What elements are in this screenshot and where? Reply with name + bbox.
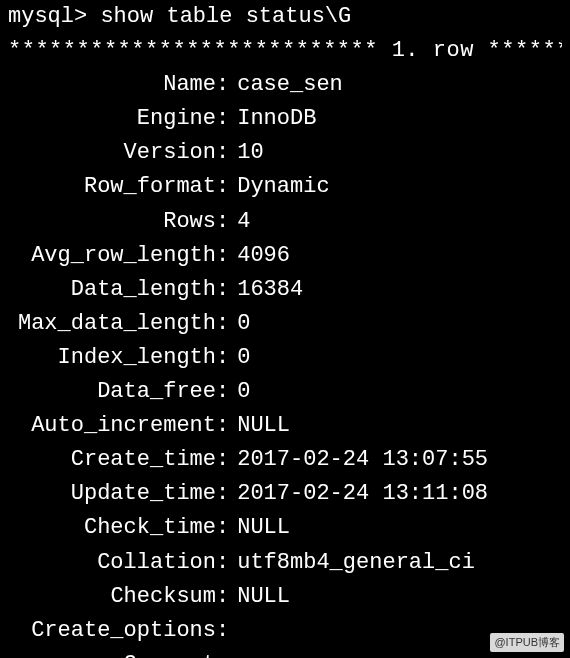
- status-row: Auto_increment:NULL: [8, 409, 562, 443]
- field-value: InnoDB: [237, 102, 316, 136]
- command-prompt-line: mysql> show table status\G: [8, 0, 562, 34]
- field-colon: :: [216, 546, 237, 580]
- field-value: 4096: [237, 239, 290, 273]
- field-colon: :: [216, 477, 237, 511]
- field-label: Update_time: [8, 477, 216, 511]
- field-label: Name: [8, 68, 216, 102]
- field-label: Max_data_length: [8, 307, 216, 341]
- field-colon: :: [216, 273, 237, 307]
- field-colon: :: [216, 443, 237, 477]
- status-row: Create_time:2017-02-24 13:07:55: [8, 443, 562, 477]
- field-colon: :: [216, 511, 237, 545]
- field-value: Dynamic: [237, 170, 329, 204]
- field-value: case_sen: [237, 68, 343, 102]
- status-row: Create_options:: [8, 614, 562, 648]
- field-label: Avg_row_length: [8, 239, 216, 273]
- field-colon: :: [216, 409, 237, 443]
- status-row: Update_time:2017-02-24 13:11:08: [8, 477, 562, 511]
- field-colon: :: [216, 102, 237, 136]
- field-label: Row_format: [8, 170, 216, 204]
- status-row: Checksum:NULL: [8, 580, 562, 614]
- status-row: Name:case_sen: [8, 68, 562, 102]
- field-colon: :: [216, 136, 237, 170]
- field-label: Index_length: [8, 341, 216, 375]
- field-label: Auto_increment: [8, 409, 216, 443]
- field-value: utf8mb4_general_ci: [237, 546, 475, 580]
- field-colon: :: [216, 68, 237, 102]
- field-value: 2017-02-24 13:07:55: [237, 443, 488, 477]
- field-colon: :: [216, 307, 237, 341]
- field-value: NULL: [237, 409, 290, 443]
- field-colon: :: [216, 341, 237, 375]
- field-value: NULL: [237, 511, 290, 545]
- field-label: Data_length: [8, 273, 216, 307]
- field-label: Version: [8, 136, 216, 170]
- field-label: Create_options: [8, 614, 216, 648]
- field-value: 4: [237, 205, 250, 239]
- field-label: Data_free: [8, 375, 216, 409]
- field-colon: :: [216, 205, 237, 239]
- field-value: NULL: [237, 580, 290, 614]
- field-colon: :: [216, 648, 237, 658]
- field-value: 0: [237, 341, 250, 375]
- field-colon: :: [216, 614, 237, 648]
- field-colon: :: [216, 239, 237, 273]
- field-label: Comment: [8, 648, 216, 658]
- field-label: Check_time: [8, 511, 216, 545]
- watermark-label: @ITPUB博客: [490, 633, 564, 652]
- status-row: Collation:utf8mb4_general_ci: [8, 546, 562, 580]
- status-row: Engine:InnoDB: [8, 102, 562, 136]
- field-value: 0: [237, 307, 250, 341]
- field-label: Create_time: [8, 443, 216, 477]
- status-row: Rows:4: [8, 205, 562, 239]
- status-row: Index_length:0: [8, 341, 562, 375]
- status-row: Avg_row_length:4096: [8, 239, 562, 273]
- status-row: Data_length:16384: [8, 273, 562, 307]
- field-value: 0: [237, 375, 250, 409]
- status-row: Row_format:Dynamic: [8, 170, 562, 204]
- status-row: Max_data_length:0: [8, 307, 562, 341]
- row-separator: *************************** 1. row *****…: [8, 34, 562, 68]
- status-fields: Name:case_senEngine:InnoDBVersion:10Row_…: [8, 68, 562, 658]
- field-value: 10: [237, 136, 263, 170]
- status-row: Check_time:NULL: [8, 511, 562, 545]
- field-colon: :: [216, 580, 237, 614]
- field-label: Rows: [8, 205, 216, 239]
- field-colon: :: [216, 170, 237, 204]
- field-label: Engine: [8, 102, 216, 136]
- field-label: Collation: [8, 546, 216, 580]
- status-row: Comment:: [8, 648, 562, 658]
- field-value: 2017-02-24 13:11:08: [237, 477, 488, 511]
- terminal-output: mysql> show table status\G *************…: [0, 0, 570, 658]
- status-row: Version:10: [8, 136, 562, 170]
- field-value: 16384: [237, 273, 303, 307]
- field-colon: :: [216, 375, 237, 409]
- field-label: Checksum: [8, 580, 216, 614]
- status-row: Data_free:0: [8, 375, 562, 409]
